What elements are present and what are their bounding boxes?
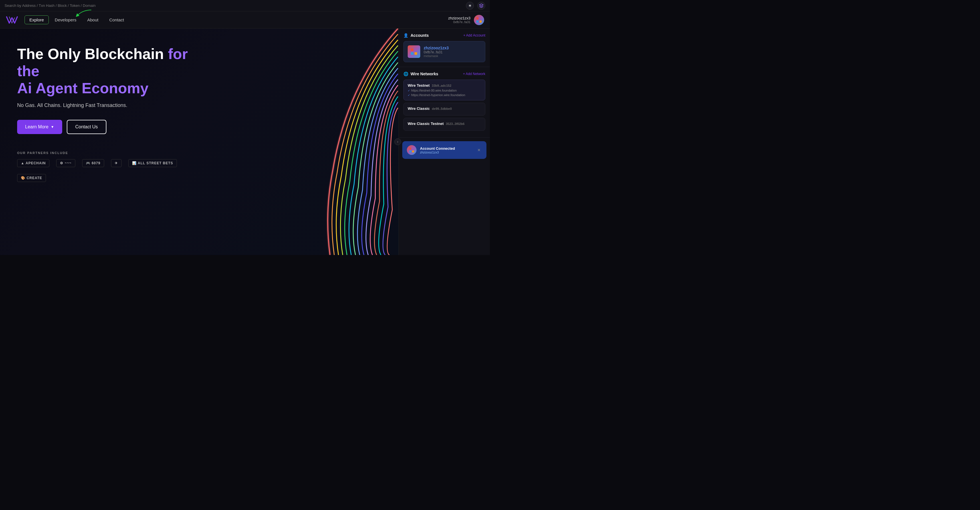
svg-rect-1 (480, 17, 482, 19)
wallet-icon[interactable] (477, 2, 485, 10)
account-card[interactable]: zhzizooz1zx3 0xfb7e..fa31 metamask (403, 41, 485, 62)
nav-right: zhzizooz1zx3 0xfb7e..fa31 (448, 15, 484, 25)
partner-winged[interactable]: ✈ (111, 159, 121, 167)
search-icons: ☀ (466, 2, 485, 10)
user-name: zhzizooz1zx3 (448, 16, 471, 20)
partners-label: OUR PARTNERS INCLUDE (17, 151, 202, 154)
svg-rect-6 (411, 52, 414, 55)
nav-contact[interactable]: Contact (104, 15, 129, 24)
account-avatar-icon (408, 45, 420, 58)
contact-us-button[interactable]: Contact Us (67, 120, 107, 134)
dropdown-arrow-icon: ▼ (51, 125, 54, 129)
account-address: 0xfb7e..fa31 (424, 50, 481, 54)
toast-close-button[interactable]: ✕ (476, 147, 482, 154)
network-testnet-name: Wire Testnet 33b9..adc152 (408, 83, 481, 87)
navbar: Explore Developers About Contact zhzizoo… (0, 11, 490, 29)
hero-title-purple2: Ai Agent Economy (17, 80, 148, 97)
partner-create[interactable]: 🎨 CREATE (17, 174, 46, 182)
svg-rect-2 (476, 20, 479, 22)
network-wire-classic-testnet[interactable]: Wire Classic Testnet 3523..3f02b6 (403, 118, 485, 131)
network-wire-classic[interactable]: Wire Classic de99..5dbbe0 (403, 103, 485, 116)
toast-subtitle: zhzizooz1zx3 (420, 151, 473, 154)
network-wire-testnet[interactable]: Wire Testnet 33b9..adc152 ✓ https://test… (403, 79, 485, 100)
svg-rect-11 (412, 151, 414, 153)
svg-rect-4 (411, 49, 414, 51)
network-testnet-id: 33b9..adc152 (432, 84, 452, 87)
network-testnet-url2: ✓ https://testnet-hyperion.wire.foundati… (408, 93, 481, 97)
svg-rect-0 (476, 17, 479, 19)
check-icon-2: ✓ (408, 94, 410, 97)
hero-section: The Only Blockchain for the Ai Agent Eco… (0, 29, 399, 255)
network-classic-name: Wire Classic de99..5dbbe0 (408, 106, 481, 111)
svg-rect-3 (480, 20, 482, 22)
sidebar-panel: › 👤 Accounts + Add Account (399, 29, 490, 255)
svg-rect-10 (409, 151, 411, 153)
partner-all-street-bets[interactable]: 📊 ALL STREET BETS (128, 159, 177, 167)
add-account-button[interactable]: + Add Account (463, 33, 485, 37)
svg-rect-9 (412, 148, 414, 150)
theme-toggle-icon[interactable]: ☀ (466, 2, 474, 10)
toast-avatar-icon (407, 145, 417, 155)
learn-more-button[interactable]: Learn More ▼ (17, 120, 62, 134)
user-address: 0xfb7e..fa31 (448, 20, 471, 24)
network-classic-testnet-id: 3523..3f02b6 (446, 122, 465, 126)
svg-rect-5 (415, 49, 417, 51)
search-bar: ☀ (0, 0, 490, 11)
account-source: metamask (424, 54, 481, 58)
toast-title: Account Connected (420, 146, 473, 151)
partner-2[interactable]: ⚙ ~~~ (56, 159, 75, 167)
accounts-title: 👤 Accounts (403, 33, 429, 38)
accounts-section: 👤 Accounts + Add Account zhzizooz1zx3 (399, 29, 490, 67)
account-details: zhzizooz1zx3 0xfb7e..fa31 metamask (424, 46, 481, 58)
hero-subtitle: No Gas. All Chains. Lightning Fast Trans… (17, 102, 202, 108)
hero-buttons: Learn More ▼ Contact Us (17, 120, 202, 134)
user-avatar[interactable] (474, 15, 484, 25)
partners-list: ▲ APECHAIN ⚙ ~~~ 🎮 6079 ✈ 📊 ALL STREET B… (17, 159, 202, 182)
partner-apechain[interactable]: ▲ APECHAIN (17, 159, 49, 167)
nav-links: Explore Developers About Contact (24, 15, 129, 24)
add-network-button[interactable]: + Add Network (463, 72, 485, 76)
search-input[interactable] (5, 3, 147, 8)
network-testnet-url1: ✓ https://testnet-00.wire.foundation (408, 89, 481, 92)
rainbow-decoration (233, 29, 399, 255)
networks-title: 🌐 Wire Networks (403, 71, 438, 76)
hero-title-white: The Only Blockchain (17, 46, 164, 62)
check-icon: ✓ (408, 89, 410, 92)
hero-content: The Only Blockchain for the Ai Agent Eco… (17, 46, 202, 182)
accounts-header: 👤 Accounts + Add Account (403, 33, 485, 38)
connected-toast: Account Connected zhzizooz1zx3 ✕ (402, 141, 487, 159)
hero-title: The Only Blockchain for the Ai Agent Eco… (17, 46, 202, 97)
nav-about[interactable]: About (83, 15, 103, 24)
panel-toggle-button[interactable]: › (394, 138, 401, 145)
network-classic-id: de99..5dbbe0 (432, 107, 452, 110)
nav-developers[interactable]: Developers (50, 15, 81, 24)
svg-rect-7 (415, 52, 417, 55)
partner-6079[interactable]: 🎮 6079 (82, 159, 104, 167)
main-wrapper: The Only Blockchain for the Ai Agent Eco… (0, 29, 490, 255)
user-info[interactable]: zhzizooz1zx3 0xfb7e..fa31 (448, 16, 471, 24)
account-name: zhzizooz1zx3 (424, 46, 481, 50)
networks-header: 🌐 Wire Networks + Add Network (403, 71, 485, 76)
nav-explore[interactable]: Explore (24, 15, 49, 24)
nav-left: Explore Developers About Contact (6, 15, 129, 25)
network-classic-testnet-name: Wire Classic Testnet 3523..3f02b6 (408, 122, 481, 126)
networks-section: 🌐 Wire Networks + Add Network Wire Testn… (399, 67, 490, 138)
toast-text: Account Connected zhzizooz1zx3 (420, 146, 473, 154)
site-logo[interactable] (6, 15, 20, 25)
svg-rect-8 (409, 148, 411, 150)
